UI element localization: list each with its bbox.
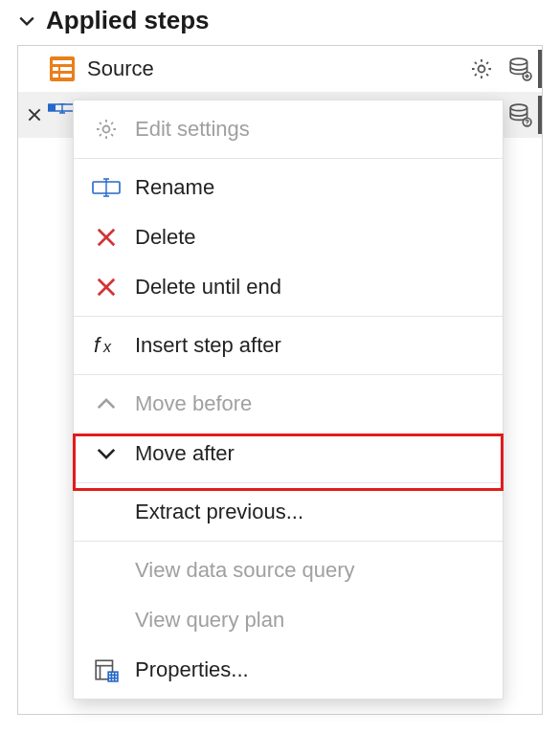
svg-rect-1 [53, 60, 72, 64]
menu-view-query-plan: View query plan [74, 595, 503, 645]
menu-move-after[interactable]: Move after [74, 429, 503, 478]
source-step-icon [47, 54, 78, 84]
menu-label: Rename [125, 175, 214, 200]
svg-rect-12 [48, 104, 56, 111]
menu-edit-settings: Edit settings [74, 104, 503, 154]
menu-view-data-source-query: View data source query [74, 545, 503, 595]
menu-extract-previous[interactable]: Extract previous... [74, 487, 503, 537]
step-context-menu: Edit settings Rename Delete Dele [73, 100, 504, 700]
menu-separator [74, 482, 503, 483]
svg-text:x: x [102, 339, 112, 355]
fx-icon: f x [87, 334, 125, 357]
delete-x-icon [87, 227, 125, 248]
menu-label: Delete [125, 225, 196, 250]
menu-label: Insert step after [125, 333, 281, 358]
svg-point-16 [526, 123, 527, 124]
properties-icon [87, 657, 125, 682]
step-label: Source [87, 56, 465, 81]
delete-x-icon [87, 277, 125, 298]
menu-label: Extract previous... [125, 500, 303, 524]
menu-label: Move after [125, 441, 235, 466]
menu-delete[interactable]: Delete [74, 212, 503, 262]
applied-steps-title: Applied steps [46, 6, 209, 35]
menu-move-before: Move before [74, 379, 503, 429]
gear-icon [87, 117, 125, 142]
delete-step-button[interactable] [24, 104, 45, 125]
svg-rect-3 [60, 67, 72, 71]
svg-point-14 [510, 104, 526, 111]
svg-rect-5 [60, 74, 72, 78]
svg-point-17 [103, 126, 110, 133]
menu-label: View query plan [125, 608, 284, 633]
menu-separator [74, 374, 503, 375]
rename-icon [87, 177, 125, 198]
chevron-down-icon [87, 443, 125, 464]
menu-separator [74, 158, 503, 159]
applied-steps-panel: Source [17, 45, 543, 715]
chevron-up-icon [87, 393, 125, 414]
menu-label: Delete until end [125, 275, 281, 300]
svg-rect-4 [53, 74, 58, 78]
menu-separator [74, 541, 503, 542]
settings-button[interactable] [465, 53, 498, 85]
menu-label: Properties... [125, 657, 249, 682]
menu-label: Move before [125, 391, 252, 416]
scroll-indicator [538, 96, 542, 134]
menu-label: View data source query [125, 558, 355, 583]
scroll-indicator [538, 50, 542, 88]
svg-rect-2 [53, 67, 58, 71]
applied-steps-header[interactable]: Applied steps [0, 0, 560, 45]
menu-delete-until-end[interactable]: Delete until end [74, 262, 503, 312]
menu-label: Edit settings [125, 117, 250, 142]
svg-point-6 [479, 66, 485, 73]
menu-separator [74, 316, 503, 317]
svg-text:f: f [94, 334, 102, 357]
svg-point-7 [510, 58, 526, 64]
chevron-down-icon [17, 11, 36, 31]
database-question-icon[interactable] [504, 99, 536, 131]
menu-rename[interactable]: Rename [74, 163, 503, 212]
menu-insert-step-after[interactable]: f x Insert step after [74, 321, 503, 370]
svg-rect-25 [108, 672, 118, 681]
step-row-source[interactable]: Source [18, 46, 542, 92]
database-icon[interactable] [504, 53, 536, 85]
menu-properties[interactable]: Properties... [74, 645, 503, 695]
